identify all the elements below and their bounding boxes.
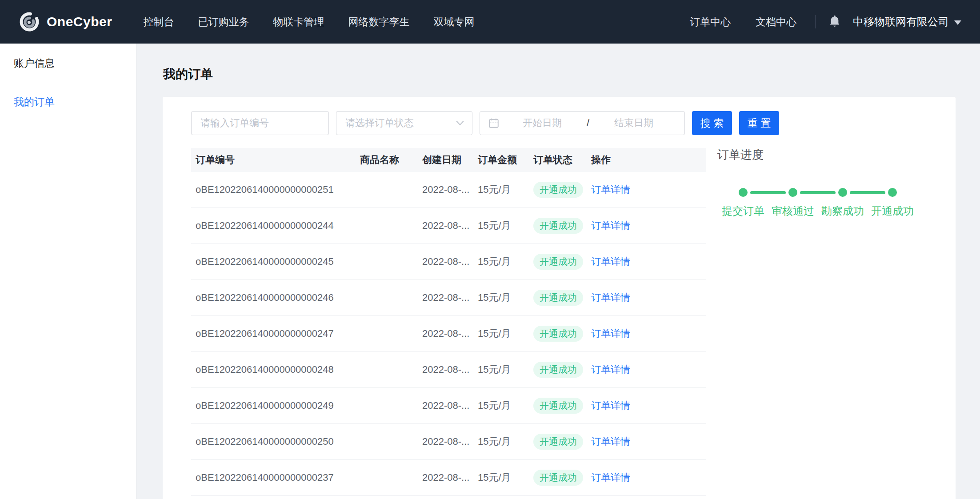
order-detail-link[interactable]: 订单详情	[591, 400, 630, 411]
order-progress-panel: 订单进度 提交订单审核通过勘察成功开通成功	[717, 147, 931, 228]
table-row: oBE1202206140000000000244 2022-08-... 15…	[191, 208, 706, 244]
table-header: 订单编号商品名称创建日期订单金额订单状态操作	[191, 148, 706, 172]
cell-action: 订单详情	[587, 363, 706, 376]
status-badge: 开通成功	[533, 254, 583, 270]
nav-order-center[interactable]: 订单中心	[690, 15, 731, 29]
cell-order-no: oBE1202206140000000000247	[191, 328, 356, 339]
cell-order-no: oBE1202206140000000000245	[191, 256, 356, 267]
cell-created-date: 2022-08-...	[418, 400, 473, 411]
cell-action: 订单详情	[587, 435, 706, 448]
cell-amount: 15元/月	[473, 255, 529, 268]
cell-status: 开通成功	[529, 470, 587, 486]
date-separator: /	[585, 117, 591, 129]
cell-order-no: oBE1202206140000000000237	[191, 472, 356, 483]
nav-menu-item-1[interactable]: 已订购业务	[198, 15, 249, 29]
navbar-right: 订单中心 文档中心 中移物联网有限公司	[665, 15, 961, 29]
nav-menu-item-4[interactable]: 双域专网	[433, 15, 474, 29]
table-column-header: 订单金额	[473, 153, 529, 167]
sidebar-item-1[interactable]: 我的订单	[0, 90, 136, 113]
chevron-down-icon	[456, 120, 464, 126]
cell-order-no: oBE1202206140000000000244	[191, 220, 356, 232]
cell-status: 开通成功	[529, 398, 587, 414]
order-status-select[interactable]: 请选择订单状态	[336, 111, 472, 135]
search-button[interactable]: 搜 索	[692, 111, 732, 135]
top-navbar: OneCyber 控制台已订购业务物联卡管理网络数字孪生双域专网 订单中心 文档…	[0, 0, 980, 44]
table-row: oBE1202206140000000000248 2022-08-... 15…	[191, 352, 706, 388]
table-column-header: 操作	[587, 153, 706, 167]
cell-action: 订单详情	[587, 399, 706, 412]
page-title: 我的订单	[163, 66, 980, 83]
table-row: oBE1202206140000000000245 2022-08-... 15…	[191, 244, 706, 280]
calendar-icon	[488, 117, 500, 129]
order-detail-link[interactable]: 订单详情	[591, 256, 630, 267]
status-badge: 开通成功	[533, 434, 583, 450]
progress-step-label-0: 提交订单	[722, 204, 764, 218]
navbar-divider	[815, 15, 816, 28]
logo[interactable]: OneCyber	[18, 10, 112, 33]
date-range-picker[interactable]: 开始日期 / 结束日期	[480, 111, 685, 135]
order-detail-link[interactable]: 订单详情	[591, 472, 630, 483]
cell-order-no: oBE1202206140000000000246	[191, 292, 356, 303]
table-column-header: 订单状态	[529, 153, 587, 167]
cell-order-no: oBE1202206140000000000250	[191, 436, 356, 447]
order-detail-link[interactable]: 订单详情	[591, 328, 630, 339]
order-detail-link[interactable]: 订单详情	[591, 292, 630, 303]
orders-table: 订单编号商品名称创建日期订单金额订单状态操作 oBE12022061400000…	[191, 148, 706, 496]
account-menu[interactable]: 中移物联网有限公司	[853, 15, 961, 29]
cell-action: 订单详情	[587, 327, 706, 340]
order-detail-link[interactable]: 订单详情	[591, 436, 630, 447]
notification-bell-icon[interactable]	[828, 15, 841, 29]
cell-status: 开通成功	[529, 182, 587, 198]
progress-step-label-1: 审核通过	[772, 204, 814, 218]
nav-menu-item-3[interactable]: 网络数字孪生	[348, 15, 409, 29]
date-end-placeholder: 结束日期	[591, 116, 676, 130]
table-row: oBE1202206140000000000246 2022-08-... 15…	[191, 280, 706, 316]
sidebar: 账户信息我的订单	[0, 44, 136, 499]
filter-bar: 请选择订单状态 开始日期 / 结束日期 搜 索 重 置	[191, 111, 779, 135]
order-detail-link[interactable]: 订单详情	[591, 364, 630, 375]
table-column-header: 创建日期	[418, 153, 473, 167]
progress-step-dot-1	[788, 188, 797, 197]
status-badge: 开通成功	[533, 362, 583, 378]
cell-amount: 15元/月	[473, 291, 529, 304]
table-body: oBE1202206140000000000251 2022-08-... 15…	[191, 172, 706, 496]
progress-step-dot-3	[888, 188, 897, 197]
cell-status: 开通成功	[529, 290, 587, 306]
status-badge: 开通成功	[533, 326, 583, 342]
progress-step-label-3: 开通成功	[871, 204, 914, 218]
order-detail-link[interactable]: 订单详情	[591, 220, 630, 231]
order-status-placeholder: 请选择订单状态	[345, 116, 414, 130]
company-name: 中移物联网有限公司	[853, 15, 949, 29]
progress-steps: 提交订单审核通过勘察成功开通成功	[717, 170, 931, 228]
table-column-header: 订单编号	[191, 153, 356, 167]
cell-status: 开通成功	[529, 218, 587, 234]
progress-step-dot-2	[838, 188, 847, 197]
reset-button[interactable]: 重 置	[739, 111, 779, 135]
cell-amount: 15元/月	[473, 363, 529, 376]
order-no-input[interactable]	[192, 112, 328, 135]
cell-order-no: oBE1202206140000000000249	[191, 400, 356, 411]
cell-status: 开通成功	[529, 434, 587, 450]
cell-amount: 15元/月	[473, 471, 529, 484]
main-content: 我的订单 请选择订单状态 开始日期 /	[136, 44, 980, 499]
cell-created-date: 2022-08-...	[418, 364, 473, 375]
sidebar-item-0[interactable]: 账户信息	[0, 52, 136, 75]
status-badge: 开通成功	[533, 470, 583, 486]
cell-created-date: 2022-08-...	[418, 184, 473, 196]
cell-action: 订单详情	[587, 255, 706, 268]
progress-connector-2	[850, 191, 885, 194]
table-row: oBE1202206140000000000247 2022-08-... 15…	[191, 316, 706, 352]
cell-amount: 15元/月	[473, 327, 529, 340]
nav-menu-item-0[interactable]: 控制台	[143, 15, 174, 29]
order-detail-link[interactable]: 订单详情	[591, 184, 630, 195]
table-row: oBE1202206140000000000250 2022-08-... 15…	[191, 424, 706, 460]
nav-doc-center[interactable]: 文档中心	[756, 15, 796, 29]
cell-created-date: 2022-08-...	[418, 472, 473, 483]
cell-order-no: oBE1202206140000000000248	[191, 364, 356, 375]
table-column-header: 商品名称	[356, 153, 418, 167]
nav-menu-item-2[interactable]: 物联卡管理	[273, 15, 324, 29]
onecyber-logo-icon	[18, 10, 41, 33]
cell-action: 订单详情	[587, 183, 706, 196]
cell-action: 订单详情	[587, 471, 706, 484]
cell-action: 订单详情	[587, 291, 706, 304]
